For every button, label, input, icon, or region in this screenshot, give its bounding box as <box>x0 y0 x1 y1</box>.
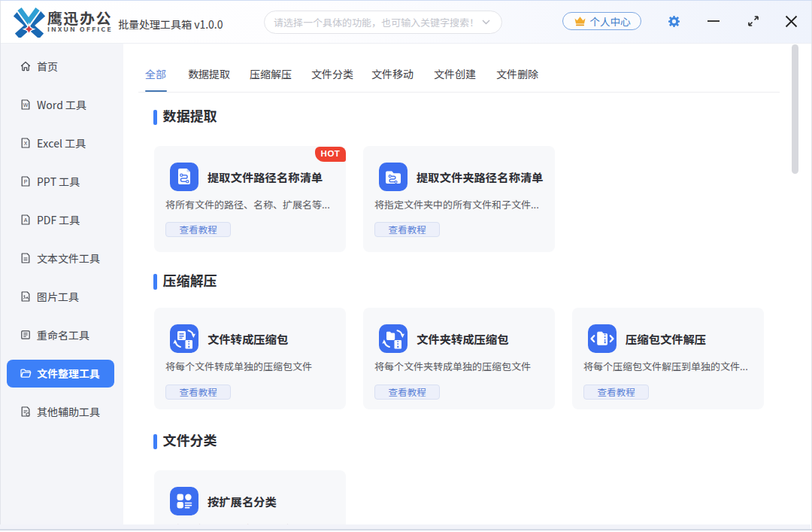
svg-text:W: W <box>23 102 29 108</box>
svg-text:X: X <box>24 141 28 146</box>
svg-text:A: A <box>24 217 28 223</box>
svg-text:P: P <box>24 179 28 184</box>
